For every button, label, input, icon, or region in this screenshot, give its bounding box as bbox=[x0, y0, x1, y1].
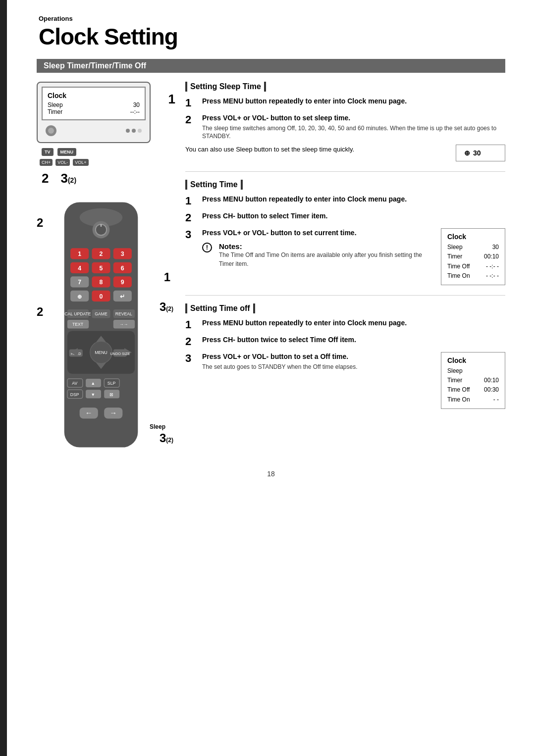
time-step1-num: 1 bbox=[185, 195, 197, 207]
remote-svg: 1 2 3 4 5 6 7 bbox=[52, 196, 151, 454]
tv-ch-plus-btn[interactable]: CH+ bbox=[40, 159, 53, 166]
notes-label: Notes: bbox=[219, 242, 242, 251]
tv-bottom-labels: 2 3(2) bbox=[37, 171, 170, 186]
time-clock-sleep-label: Sleep bbox=[447, 243, 463, 252]
time-clock-timer-label: Timer bbox=[447, 252, 462, 261]
tv-btn-tv[interactable]: TV bbox=[42, 148, 54, 156]
time-step3-bold: Press VOL+ or VOL- button to set current… bbox=[202, 229, 357, 237]
svg-text:GAME: GAME bbox=[95, 311, 107, 316]
time-clock-title: Clock bbox=[447, 233, 499, 241]
timeoff-clock-timeon: Time On - - bbox=[447, 395, 499, 404]
svg-text:CAL UPDATE: CAL UPDATE bbox=[64, 311, 91, 316]
time-clock-timeon-label: Time On bbox=[447, 271, 470, 281]
time-clock-sleep: Sleep 30 bbox=[447, 243, 499, 252]
time-step3-left: 3 Press VOL+ or VOL- button to set curre… bbox=[185, 228, 436, 268]
section-header: Sleep Timer/Timer/Time Off bbox=[37, 59, 505, 73]
time-step3-text: Press VOL+ or VOL- button to set current… bbox=[202, 228, 436, 238]
divider-1 bbox=[185, 171, 505, 172]
timeoff-clock-timeoff: Time Off 00:30 bbox=[447, 385, 499, 395]
remote-svg-container: 1 2 3 4 5 6 7 bbox=[52, 196, 156, 455]
tv-screen-row-timer: Timer --:-- bbox=[48, 108, 140, 115]
time-clock-timeon: Time On - -:- - bbox=[447, 271, 499, 281]
time-step2-content: Press CH- button to select Timer item. bbox=[202, 211, 505, 224]
remote-wrapper: 2 2 1 3(2) 3(2) Sleep bbox=[37, 196, 170, 455]
timeoff-step2-num: 2 bbox=[185, 335, 197, 348]
timeoff-step3-sub: The set auto goes to STANDBY when the Of… bbox=[202, 363, 436, 371]
sleep-step1-num: 1 bbox=[185, 97, 197, 109]
svg-text:▼: ▼ bbox=[91, 392, 96, 397]
tv-box: Clock Sleep 30 Timer --:-- bbox=[37, 82, 151, 143]
time-clock-sleep-value: 30 bbox=[492, 243, 499, 252]
sleep-step1-bold: Press MENU button repeatedly to enter in… bbox=[202, 97, 407, 105]
time-clock-timer-value: 00:10 bbox=[484, 252, 499, 261]
time-step1-bold: Press MENU button repeatedly to enter in… bbox=[202, 195, 407, 203]
svg-text:1: 1 bbox=[78, 251, 81, 257]
tv-btn-menu[interactable]: MEΝU bbox=[57, 148, 77, 156]
setting-time-off-header: Setting Time off bbox=[185, 303, 505, 313]
timeoff-clock-title: Clock bbox=[447, 356, 499, 364]
divider-2 bbox=[185, 295, 505, 296]
label-3-sub-tv: (2) bbox=[68, 176, 76, 184]
timeoff-clock-sleep: Sleep bbox=[447, 366, 499, 376]
remote-sleep-label: Sleep bbox=[150, 423, 165, 430]
tv-button-row: TV MEΝU bbox=[37, 148, 170, 156]
time-step3-content: Press VOL+ or VOL- button to set current… bbox=[202, 228, 436, 268]
time-header-bar-left bbox=[185, 180, 187, 190]
page-title: Clock Setting bbox=[39, 23, 505, 50]
tv-controls-row bbox=[42, 123, 146, 138]
time-step3-num: 3 bbox=[185, 228, 197, 268]
timeoff-header-bar-left bbox=[185, 303, 187, 313]
setting-time-off-section: Setting Time off 1 Press MENU button rep… bbox=[185, 303, 505, 409]
tv-section: Clock Sleep 30 Timer --:-- bbox=[37, 82, 170, 186]
left-accent-bar bbox=[0, 0, 7, 756]
setting-sleep-time-title: Setting Sleep Time bbox=[190, 82, 261, 91]
sleep-step2-sub: The sleep time switches among Off, 10, 2… bbox=[202, 124, 505, 141]
timeoff-step1-text: Press MENU button repeatedly to enter in… bbox=[202, 318, 505, 328]
left-column: Clock Sleep 30 Timer --:-- bbox=[37, 82, 170, 455]
time-step2-bold: Press CH- button to select Timer item. bbox=[202, 212, 327, 220]
svg-text:→: → bbox=[109, 409, 117, 417]
timeoff-step3-text: Press VOL+ or VOL- button to set a Off t… bbox=[202, 352, 436, 362]
timeoff-step-2: 2 Press CH- button twice to select Time … bbox=[185, 335, 505, 348]
tv-sleep-label: Sleep bbox=[48, 101, 63, 108]
tv-screen-row-sleep: Sleep 30 bbox=[48, 101, 140, 108]
svg-text:SLP: SLP bbox=[107, 381, 116, 386]
timeoff-step1-content: Press MENU button repeatedly to enter in… bbox=[202, 318, 505, 331]
svg-text:2: 2 bbox=[100, 251, 103, 257]
time-step-3-row: 3 Press VOL+ or VOL- button to set curre… bbox=[185, 228, 505, 285]
timeoff-step2-content: Press CH- button twice to select Time Of… bbox=[202, 335, 505, 348]
sleep-step1-content: Press MENU button repeatedly to enter in… bbox=[202, 97, 505, 109]
svg-text:7: 7 bbox=[78, 279, 81, 286]
time-clock-timeoff: Time Off - -:- - bbox=[447, 262, 499, 271]
main-layout: Clock Sleep 30 Timer --:-- bbox=[37, 82, 505, 455]
timeoff-step-1: 1 Press MENU button repeatedly to enter … bbox=[185, 318, 505, 331]
sleep-step-1: 1 Press MENU button repeatedly to enter … bbox=[185, 97, 505, 109]
sleep-step2-num: 2 bbox=[185, 113, 197, 141]
svg-text:→→: →→ bbox=[119, 322, 128, 327]
tv-screen-title: Clock bbox=[48, 92, 140, 100]
tv-vol-plus-btn[interactable]: VOL+ bbox=[73, 159, 88, 166]
right-column: Setting Sleep Time 1 Press MENU button r… bbox=[185, 82, 505, 455]
tv-vol-minus-btn[interactable]: VOL- bbox=[55, 159, 70, 166]
header-bar-right bbox=[264, 82, 266, 92]
sleep-step2-bold: Press VOL+ or VOL- button to set sleep t… bbox=[202, 114, 350, 122]
svg-text:⊠: ⊠ bbox=[109, 392, 113, 397]
timeoff-clock-timeon-label: Time On bbox=[447, 395, 470, 404]
notes-content: Notes: The Time Off and Time On items ar… bbox=[219, 242, 436, 268]
svg-text:AV: AV bbox=[72, 381, 77, 386]
time-clock-timer: Timer 00:10 bbox=[447, 252, 499, 261]
time-header-bar-right bbox=[241, 180, 243, 190]
timeoff-clock-timer-label: Timer bbox=[447, 376, 462, 385]
svg-text:⊕: ⊕ bbox=[77, 294, 82, 300]
remote-label-2-top: 2 bbox=[37, 216, 43, 230]
sleep-step2-text: Press VOL+ or VOL- button to set sleep t… bbox=[202, 113, 505, 123]
sleep-note-text: You can also use Sleep button to set the… bbox=[185, 145, 448, 154]
setting-time-title: Setting Time bbox=[190, 180, 238, 189]
timeoff-clock-timer: Timer 00:10 bbox=[447, 376, 499, 385]
notes-row: ! Notes: The Time Off and Time On items … bbox=[202, 242, 436, 268]
timeoff-clock-box: Clock Sleep Timer 00:10 Time Off bbox=[441, 352, 505, 409]
timeoff-header-bar-right bbox=[253, 303, 255, 313]
header-bar-left bbox=[185, 82, 187, 92]
svg-text:DSP: DSP bbox=[70, 392, 79, 397]
note-icon: ! bbox=[202, 243, 212, 252]
